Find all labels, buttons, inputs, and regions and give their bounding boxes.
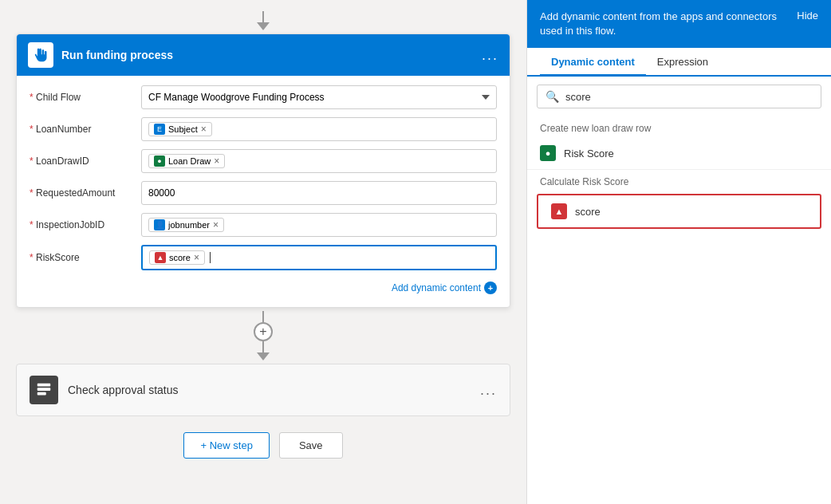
tab-expression[interactable]: Expression xyxy=(646,48,719,77)
user-icon: 👤 xyxy=(154,219,165,230)
right-panel: Add dynamic content from the apps and co… xyxy=(526,0,831,504)
section-label-calculate: Calculate Risk Score xyxy=(527,170,831,191)
childflow-chevron xyxy=(482,95,490,100)
middle-connector: + xyxy=(254,311,273,360)
add-dynamic-label: Add dynamic content xyxy=(392,282,481,293)
loandraw-tag: ● Loan Draw × xyxy=(148,154,225,168)
requestedamount-value: 80000 xyxy=(148,187,175,199)
field-row-loannumber: LoanNumber E Subject × xyxy=(30,117,497,141)
check-card-icon xyxy=(30,376,58,404)
field-row-riskscore: RiskScore ▲ score × xyxy=(30,245,497,270)
hand-icon xyxy=(33,47,49,63)
field-row-requestedamount: RequestedAmount 80000 xyxy=(30,181,497,205)
outlook-icon: E xyxy=(154,124,165,135)
red-icon: ▲ xyxy=(155,252,166,263)
tab-dynamic-content[interactable]: Dynamic content xyxy=(540,48,646,77)
childflow-input[interactable]: CF Manage Woodgrove Funding Process xyxy=(141,85,497,109)
section-label-create: Create new loan draw row xyxy=(527,116,831,137)
add-dynamic-section: Add dynamic content + xyxy=(30,278,497,297)
svg-rect-2 xyxy=(37,392,46,396)
inspectionjobid-label: InspectionJobID xyxy=(30,219,141,230)
loannumber-label: LoanNumber xyxy=(30,124,141,135)
tab-dynamic-content-label: Dynamic content xyxy=(551,56,635,68)
field-row-inspectionjobid: InspectionJobID 👤 jobnumber × xyxy=(30,213,497,237)
score-item[interactable]: ▲ score xyxy=(537,194,821,229)
new-step-button[interactable]: + New step xyxy=(183,432,269,459)
jobnumber-tag-close[interactable]: × xyxy=(213,219,219,230)
loannumber-input[interactable]: E Subject × xyxy=(141,117,497,141)
score-tag: ▲ score × xyxy=(149,250,205,265)
panel-search: 🔍 xyxy=(527,77,831,116)
childflow-label: Child Flow xyxy=(30,92,141,103)
save-button[interactable]: Save xyxy=(279,432,343,459)
svg-rect-1 xyxy=(37,388,51,391)
score-tag-text: score xyxy=(169,253,191,262)
card-menu-button[interactable]: ... xyxy=(482,47,498,64)
arrow-line-mid2 xyxy=(262,341,264,352)
search-input[interactable] xyxy=(565,91,813,103)
risk-score-label: Risk Score xyxy=(564,148,614,159)
panel-header-text: Add dynamic content from the apps and co… xyxy=(540,10,784,38)
riskscore-label: RiskScore xyxy=(30,252,141,263)
main-canvas: Run funding process ... Child Flow CF Ma… xyxy=(0,0,526,504)
approval-icon xyxy=(35,381,53,399)
check-card-left: Check approval status xyxy=(30,376,179,404)
panel-hide-button[interactable]: Hide xyxy=(797,10,818,22)
arrow-down-top xyxy=(257,22,270,30)
add-step-plus[interactable]: + xyxy=(254,322,273,341)
add-dynamic-link[interactable]: Add dynamic content + xyxy=(392,282,497,294)
requestedamount-input[interactable]: 80000 xyxy=(141,181,497,205)
card-header-icon xyxy=(28,42,53,68)
check-card-menu[interactable]: ... xyxy=(480,382,497,399)
loannumber-tag: E Subject × xyxy=(148,122,212,136)
search-box[interactable]: 🔍 xyxy=(537,85,821,108)
card-header-left: Run funding process xyxy=(28,42,173,68)
requestedamount-label: RequestedAmount xyxy=(30,187,141,199)
loandraw-tag-text: Loan Draw xyxy=(168,156,211,166)
jobnumber-tag-text: jobnumber xyxy=(168,220,210,230)
field-row-childflow: Child Flow CF Manage Woodgrove Funding P… xyxy=(30,85,497,109)
risk-score-icon: ● xyxy=(540,145,556,161)
loandrawid-label: LoanDrawID xyxy=(30,156,141,167)
score-item-label: score xyxy=(575,206,601,218)
svg-rect-0 xyxy=(37,384,51,387)
score-item-icon: ▲ xyxy=(551,203,567,219)
run-funding-card: Run funding process ... Child Flow CF Ma… xyxy=(16,33,510,308)
jobnumber-tag: 👤 jobnumber × xyxy=(148,218,224,232)
field-row-loandrawid: LoanDrawID ● Loan Draw × xyxy=(30,149,497,173)
childflow-value: CF Manage Woodgrove Funding Process xyxy=(148,92,325,103)
score-tag-close[interactable]: × xyxy=(194,252,199,263)
actions-row: + New step Save xyxy=(183,432,342,459)
tab-expression-label: Expression xyxy=(657,56,708,68)
loandrawid-input[interactable]: ● Loan Draw × xyxy=(141,149,497,173)
inspectionjobid-input[interactable]: 👤 jobnumber × xyxy=(141,213,497,237)
text-cursor xyxy=(210,252,211,263)
loandraw-tag-close[interactable]: × xyxy=(214,156,219,167)
check-approval-card: Check approval status ... xyxy=(16,364,510,416)
panel-header: Add dynamic content from the apps and co… xyxy=(527,0,831,48)
card-title: Run funding process xyxy=(61,49,173,61)
arrow-down-mid xyxy=(257,352,270,360)
top-connector xyxy=(257,11,270,30)
arrow-line-mid xyxy=(262,311,264,322)
dynamic-item-riskscore[interactable]: ● Risk Score xyxy=(527,137,831,170)
loannumber-tag-text: Subject xyxy=(168,124,198,134)
panel-tabs: Dynamic content Expression xyxy=(527,48,831,77)
loannumber-tag-close[interactable]: × xyxy=(201,124,207,135)
card-header: Run funding process ... xyxy=(17,34,510,76)
search-icon: 🔍 xyxy=(545,90,559,103)
card-body: Child Flow CF Manage Woodgrove Funding P… xyxy=(17,76,510,307)
riskscore-input[interactable]: ▲ score × xyxy=(141,245,497,270)
check-card-title: Check approval status xyxy=(68,384,179,396)
arrow-line-top xyxy=(262,11,264,22)
green-icon: ● xyxy=(154,156,165,167)
add-dynamic-icon: + xyxy=(484,282,497,294)
